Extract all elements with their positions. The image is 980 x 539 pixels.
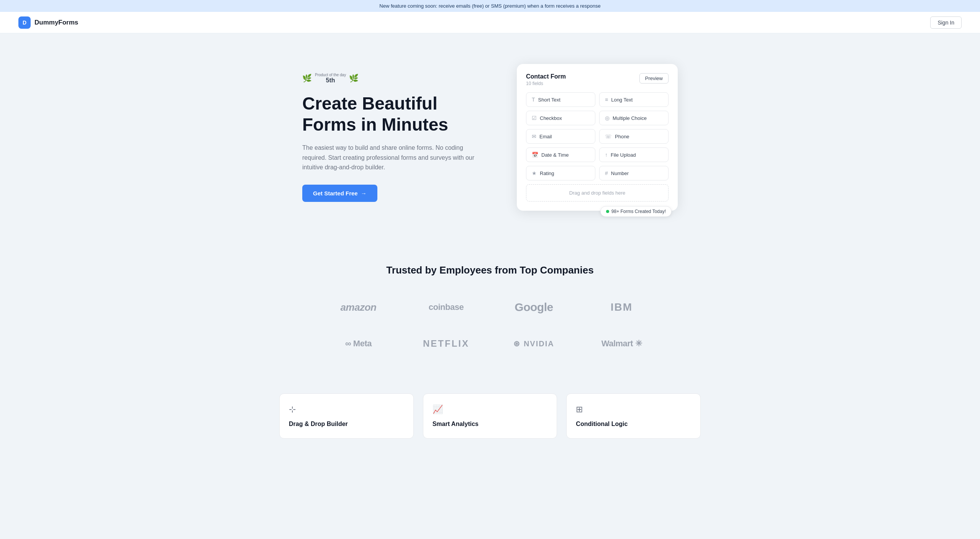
features-section: ⊹ Drag & Drop Builder 📈 Smart Analytics … bbox=[0, 378, 980, 462]
field-rating[interactable]: ★ Rating bbox=[526, 166, 595, 180]
trusted-section: Trusted by Employees from Top Companies … bbox=[0, 234, 980, 378]
logo-ibm: IBM bbox=[581, 295, 662, 319]
star-icon: ★ bbox=[532, 170, 537, 176]
nav-logo: D DummyForms bbox=[18, 16, 78, 29]
feature-analytics-title: Smart Analytics bbox=[433, 421, 548, 428]
field-checkbox[interactable]: ☑ Checkbox bbox=[526, 111, 595, 125]
logo-netflix: NETFLIX bbox=[405, 332, 487, 355]
feature-card-drag-drop: ⊹ Drag & Drop Builder bbox=[279, 393, 414, 439]
navbar: D DummyForms Sign In bbox=[0, 12, 980, 33]
sign-in-button[interactable]: Sign In bbox=[930, 16, 962, 29]
logo-icon: D bbox=[18, 16, 31, 29]
feature-card-conditional-logic: ⊞ Conditional Logic bbox=[566, 393, 701, 439]
product-of-day-label: Product of the day bbox=[315, 73, 346, 77]
checkbox-icon: ☑ bbox=[532, 115, 537, 121]
top-banner: New feature coming soon: receive emails … bbox=[0, 0, 980, 12]
hero-description: The easiest way to build and share onlin… bbox=[302, 143, 486, 172]
features-grid: ⊹ Drag & Drop Builder 📈 Smart Analytics … bbox=[279, 393, 701, 439]
analytics-icon: 📈 bbox=[433, 405, 548, 414]
trusted-title: Trusted by Employees from Top Companies bbox=[18, 264, 962, 276]
logo-walmart: Walmart ✳ bbox=[581, 333, 662, 355]
form-card-header: Contact Form 10 fields Preview bbox=[526, 73, 669, 86]
number-icon: # bbox=[605, 170, 608, 176]
drop-zone: Drag and drop fields here bbox=[526, 184, 669, 202]
logo-nvidia: ⊛ NVIDIA bbox=[493, 333, 575, 354]
laurel-left-icon: 🌿 bbox=[302, 74, 312, 83]
form-preview-card: Contact Form 10 fields Preview T Short T… bbox=[517, 64, 678, 211]
field-number[interactable]: # Number bbox=[599, 166, 669, 180]
logo-coinbase: coinbase bbox=[405, 296, 487, 318]
product-of-day-rank: 5th bbox=[326, 77, 335, 84]
company-logos-grid: amazon coinbase Google IBM ∞ Meta NETFLI… bbox=[318, 295, 662, 355]
short-text-icon: T bbox=[532, 97, 535, 103]
field-date-time[interactable]: 📅 Date & Time bbox=[526, 147, 595, 162]
field-file-upload[interactable]: ↑ File Upload bbox=[599, 147, 669, 162]
arrow-icon: → bbox=[361, 190, 367, 197]
hero-title: Create Beautiful Forms in Minutes bbox=[302, 93, 486, 135]
hero-section: 🌿 Product of the day 5th 🌿 Create Beauti… bbox=[260, 33, 720, 234]
email-icon: ✉ bbox=[532, 133, 536, 139]
feature-drag-drop-title: Drag & Drop Builder bbox=[289, 421, 404, 428]
form-card-title: Contact Form bbox=[526, 73, 566, 80]
calendar-icon: 📅 bbox=[532, 152, 538, 158]
logo-amazon: amazon bbox=[318, 295, 399, 319]
preview-button[interactable]: Preview bbox=[639, 73, 669, 84]
logo-google: Google bbox=[493, 295, 575, 320]
long-text-icon: ≡ bbox=[605, 97, 608, 103]
feature-card-analytics: 📈 Smart Analytics bbox=[423, 393, 557, 439]
form-fields-count: 10 fields bbox=[526, 81, 566, 86]
laurel-right-icon: 🌿 bbox=[349, 74, 359, 83]
badge-text: 98+ Forms Created Today! bbox=[611, 209, 666, 214]
get-started-label: Get Started Free bbox=[313, 190, 358, 197]
banner-text: New feature coming soon: receive emails … bbox=[379, 3, 600, 9]
logo-meta: ∞ Meta bbox=[318, 333, 399, 355]
hero-left: 🌿 Product of the day 5th 🌿 Create Beauti… bbox=[302, 73, 486, 202]
forms-created-badge: 98+ Forms Created Today! bbox=[600, 206, 672, 217]
field-email[interactable]: ✉ Email bbox=[526, 129, 595, 144]
conditional-logic-icon: ⊞ bbox=[576, 405, 691, 414]
get-started-button[interactable]: Get Started Free → bbox=[302, 185, 377, 202]
field-phone[interactable]: ☏ Phone bbox=[599, 129, 669, 144]
form-fields-grid: T Short Text ≡ Long Text ☑ Checkbox ◎ Mu… bbox=[526, 92, 669, 180]
product-of-day-badge: 🌿 Product of the day 5th 🌿 bbox=[302, 73, 486, 84]
hero-right: Contact Form 10 fields Preview T Short T… bbox=[517, 64, 678, 211]
logo-text: DummyForms bbox=[34, 19, 78, 26]
upload-icon: ↑ bbox=[605, 152, 608, 158]
drop-zone-text: Drag and drop fields here bbox=[569, 190, 626, 196]
multiple-choice-icon: ◎ bbox=[605, 115, 610, 121]
phone-icon: ☏ bbox=[605, 133, 612, 139]
field-short-text[interactable]: T Short Text bbox=[526, 92, 595, 107]
drag-drop-icon: ⊹ bbox=[289, 405, 404, 414]
green-dot-icon bbox=[606, 210, 609, 213]
field-multiple-choice[interactable]: ◎ Multiple Choice bbox=[599, 111, 669, 125]
feature-conditional-logic-title: Conditional Logic bbox=[576, 421, 691, 428]
field-long-text[interactable]: ≡ Long Text bbox=[599, 92, 669, 107]
